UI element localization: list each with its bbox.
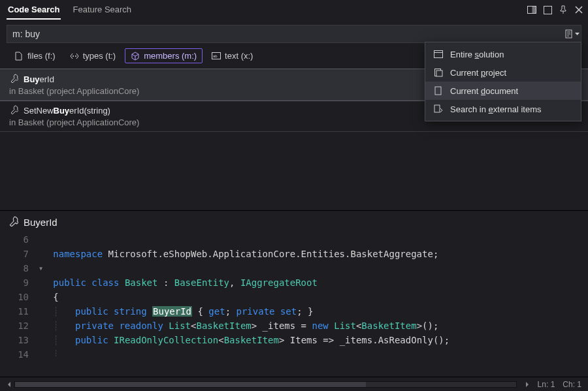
scope-entire-solution[interactable]: Entire solution xyxy=(425,45,581,63)
scope-label: Current document xyxy=(450,86,518,96)
search-bar xyxy=(7,25,581,43)
filter-label: files (f:) xyxy=(27,51,56,61)
close-icon[interactable] xyxy=(574,5,584,15)
horizontal-scrollbar[interactable] xyxy=(14,381,517,388)
pin-icon[interactable] xyxy=(558,5,568,15)
window-split-icon[interactable] xyxy=(527,5,537,15)
code-body: namespace Microsoft.eShopWeb.Application… xyxy=(37,232,588,356)
scope-label: Current project xyxy=(450,68,506,78)
tab-feature-search[interactable]: Feature Search xyxy=(71,1,133,20)
fold-toggle[interactable]: ▾ xyxy=(39,261,43,275)
scope-menu: Entire solution Current project Current … xyxy=(425,42,581,121)
scroll-left-icon[interactable] xyxy=(7,382,12,387)
external-icon xyxy=(433,104,444,114)
members-icon xyxy=(131,52,140,61)
scroll-right-icon[interactable] xyxy=(525,382,530,387)
line-numbers: 6 7 8 9 10 11 12 13 14 xyxy=(0,232,37,356)
status-bar: Ln: 1 Ch: 1 xyxy=(0,377,588,391)
result-title: SetNewBuyerId(string) xyxy=(24,106,110,116)
status-char: Ch: 1 xyxy=(563,380,581,389)
svg-rect-11 xyxy=(435,87,441,95)
types-icon xyxy=(70,52,79,61)
svg-rect-12 xyxy=(434,105,440,112)
result-title: BuyerId xyxy=(24,74,54,84)
svg-point-5 xyxy=(75,55,76,57)
svg-rect-2 xyxy=(544,6,551,14)
scope-current-document[interactable]: Current document xyxy=(425,82,581,100)
svg-rect-1 xyxy=(532,7,536,14)
filter-label: members (m:) xyxy=(144,51,197,61)
chevron-down-icon xyxy=(575,33,580,36)
filter-label: text (x:) xyxy=(225,51,253,61)
svg-text:ab: ab xyxy=(213,54,218,58)
status-line: Ln: 1 xyxy=(538,380,555,389)
scope-external-items[interactable]: Search in external items xyxy=(425,100,581,118)
filter-members[interactable]: members (m:) xyxy=(125,48,203,63)
text-icon: ab xyxy=(212,52,221,61)
wrench-icon xyxy=(9,105,18,116)
preview-title: BuyerId xyxy=(24,217,57,228)
filter-types[interactable]: types (t:) xyxy=(65,49,122,63)
filter-label: types (t:) xyxy=(83,51,116,61)
scope-dropdown-button[interactable] xyxy=(564,29,581,39)
scope-label: Entire solution xyxy=(450,50,504,59)
document-icon xyxy=(433,86,444,96)
project-icon xyxy=(433,67,444,78)
filter-files[interactable]: files (f:) xyxy=(9,49,61,63)
title-bar: Code Search Feature Search xyxy=(0,0,588,20)
code-preview[interactable]: 6 7 8 9 10 11 12 13 14 ▾ namespace Micro… xyxy=(0,232,588,356)
svg-rect-8 xyxy=(434,51,443,58)
svg-point-4 xyxy=(73,55,74,57)
scope-current-project[interactable]: Current project xyxy=(425,63,581,82)
solution-icon xyxy=(433,49,444,59)
file-icon xyxy=(14,52,24,61)
dock-icon[interactable] xyxy=(542,5,553,15)
search-input[interactable] xyxy=(7,29,564,39)
svg-rect-10 xyxy=(436,70,442,76)
wrench-icon xyxy=(8,216,18,228)
wrench-icon xyxy=(9,74,18,85)
tab-code-search[interactable]: Code Search xyxy=(7,1,61,20)
filter-text[interactable]: ab text (x:) xyxy=(206,49,258,63)
scope-label: Search in external items xyxy=(450,104,541,114)
preview-header: BuyerId xyxy=(0,210,588,232)
